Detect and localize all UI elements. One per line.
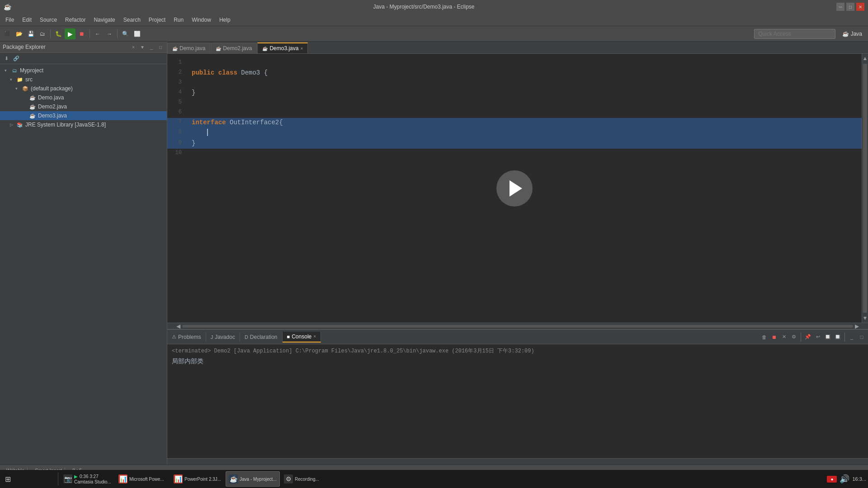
toolbar-save-all[interactable]: 🗂 (37, 28, 48, 39)
console-clear-btn[interactable]: 🗑 (760, 333, 769, 342)
editor-tabs-bar: ☕ Demo.java ☕ Demo2.java ☕ Demo3.java × (167, 42, 868, 54)
console-pin-btn[interactable]: 📌 (803, 333, 812, 342)
editor-horizontal-scrollbar[interactable]: ◀ ▶ (167, 323, 868, 329)
minimize-button[interactable]: ─ (836, 3, 844, 11)
tab-javadoc[interactable]: J Javadoc (206, 332, 240, 342)
code-editor[interactable]: 1 2 public class Demo3 { 3 (167, 54, 862, 323)
code-line-9: 9 } (167, 139, 862, 149)
console-output-text: 局部内部类 (172, 357, 863, 366)
taskbar-clock: 16:3... (852, 476, 866, 482)
play-triangle-icon (509, 180, 522, 197)
menu-source[interactable]: Source (36, 16, 61, 24)
tree-item-demo2[interactable]: ▷ ☕ Demo2.java (0, 102, 167, 111)
sidebar-collapse-all[interactable]: ⬇ (2, 54, 11, 63)
toolbar-new[interactable]: ⬛ (2, 28, 13, 39)
console-props-btn[interactable]: ⚙ (789, 333, 798, 342)
console-wrap-btn[interactable]: ↩ (813, 333, 822, 342)
menu-bar: File Edit Source Refactor Navigate Searc… (0, 14, 868, 26)
scroll-thumb[interactable] (863, 64, 867, 313)
menu-project[interactable]: Project (145, 16, 169, 24)
menu-edit[interactable]: Edit (19, 16, 35, 24)
tree-item-jre[interactable]: ▷ 📚 JRE System Library [JavaSE-1.8] (0, 120, 167, 129)
console-terminate-btn[interactable]: ⏹ (769, 333, 778, 342)
taskbar-ppt1[interactable]: 📊 Microsoft Powe... (115, 471, 170, 487)
maximize-button[interactable]: □ (846, 3, 854, 11)
menu-navigate[interactable]: Navigate (90, 16, 118, 24)
sidebar-max-btn[interactable]: □ (157, 43, 164, 51)
sidebar-min-btn[interactable]: _ (148, 43, 155, 51)
hscroll-left-btn[interactable]: ◀ (176, 323, 180, 329)
sidebar-header: Package Explorer × ▼ _ □ (0, 42, 167, 53)
code-line-4: 4 } (167, 88, 862, 98)
sidebar-link-editor[interactable]: 🔗 (12, 54, 21, 63)
close-button[interactable]: ✕ (856, 3, 864, 11)
problems-tab-label: Problems (178, 334, 201, 340)
tab-console[interactable]: ■ Console × (283, 332, 321, 343)
taskbar-ppt2[interactable]: 📊 PowerPoint 2.3J... (170, 471, 225, 487)
default-package-arrow[interactable]: ▾ (15, 86, 21, 91)
console-new-btn[interactable]: 🔲 (823, 333, 832, 342)
sidebar-collapse-btn[interactable]: × (130, 43, 137, 51)
toolbar: ⬛ 📂 💾 🗂 🐛 ▶ ⏹ ← → 🔍 ⬜ ☕ Java (0, 26, 868, 42)
demo3-tab-icon: ☕ (262, 46, 268, 51)
demo2-label: Demo2.java (38, 103, 67, 110)
quick-access-input[interactable] (754, 29, 835, 39)
menu-search[interactable]: Search (120, 16, 144, 24)
taskbar-camtasia[interactable]: 📷 ▶ 0:36 3:27 Camtasia Studio... (60, 471, 114, 487)
tree-item-demo1[interactable]: ▷ ☕ Demo.java (0, 93, 167, 102)
myproject-arrow[interactable]: ▾ (5, 68, 10, 73)
scroll-down-btn[interactable]: ▼ (862, 314, 868, 323)
toolbar-perspective[interactable]: ⬜ (132, 28, 142, 39)
toolbar-back[interactable]: ← (92, 28, 103, 39)
tab-demo1[interactable]: ☕ Demo.java (167, 43, 210, 53)
java-perspective-button[interactable]: ☕ Java (838, 28, 866, 39)
tree-item-demo3[interactable]: ▷ ☕ Demo3.java (0, 111, 167, 120)
taskbar-eclipse[interactable]: ☕ Java - Myproject... (226, 471, 280, 487)
tab-demo2[interactable]: ☕ Demo2.java (211, 43, 257, 53)
jre-arrow[interactable]: ▷ (10, 122, 15, 127)
tree-item-src[interactable]: ▾ 📁 src (0, 75, 167, 84)
toolbar-stop[interactable]: ⏹ (76, 28, 87, 39)
demo1-tab-label: Demo.java (179, 45, 205, 52)
hscroll-thumb[interactable] (182, 325, 853, 328)
tab-demo3[interactable]: ☕ Demo3.java × (257, 42, 308, 53)
hscroll-right-btn[interactable]: ▶ (855, 323, 859, 329)
toolbar-run-button[interactable]: ▶ (65, 28, 75, 39)
toolbar-separator-2 (90, 29, 90, 38)
scroll-up-btn[interactable]: ▲ (862, 54, 868, 63)
play-button-overlay[interactable] (496, 170, 533, 206)
code-line-8: 8 (167, 128, 862, 139)
toolbar-debug[interactable]: 🐛 (53, 28, 64, 39)
console-max-btn[interactable]: □ (857, 333, 866, 342)
editor-vertical-scrollbar[interactable]: ▲ ▼ (862, 54, 868, 323)
taskbar-recording[interactable]: ⚙ Recording... (281, 471, 335, 487)
menu-run[interactable]: Run (170, 16, 187, 24)
toolbar-forward[interactable]: → (104, 28, 115, 39)
toolbar-save[interactable]: 💾 (25, 28, 36, 39)
console-horizontal-scrollbar[interactable] (167, 458, 868, 465)
console-tab-label: Console (292, 333, 311, 340)
menu-window[interactable]: Window (188, 16, 215, 24)
console-remove-btn[interactable]: ✕ (779, 333, 788, 342)
demo3-tab-close[interactable]: × (300, 46, 303, 51)
menu-help[interactable]: Help (216, 16, 234, 24)
menu-file[interactable]: File (2, 16, 18, 24)
toolbar-search[interactable]: 🔍 (120, 28, 131, 39)
console-min-btn[interactable]: _ (847, 333, 856, 342)
tab-problems[interactable]: ⚠ Problems (167, 332, 206, 342)
taskbar-start[interactable]: ⊞ (2, 471, 56, 487)
code-line-1: 1 (167, 58, 862, 68)
code-line-2: 2 public class Demo3 { (167, 68, 862, 78)
tree-item-myproject[interactable]: ▾ 🗂 Myproject (0, 66, 167, 75)
tree-item-default-package[interactable]: ▾ 📦 (default package) (0, 84, 167, 93)
menu-refactor[interactable]: Refactor (61, 16, 89, 24)
toolbar-open[interactable]: 📂 (14, 28, 24, 39)
console-view-btn[interactable]: 🔲 (833, 333, 842, 342)
demo2-java-icon: ☕ (29, 103, 36, 110)
console-tab-close[interactable]: × (313, 334, 316, 339)
console-tab-icon: ■ (287, 334, 290, 339)
src-arrow[interactable]: ▾ (10, 77, 15, 82)
tab-declaration[interactable]: D Declaration (240, 332, 283, 342)
sidebar-menu-btn[interactable]: ▼ (139, 43, 146, 51)
console-toolbar-sep (801, 333, 801, 342)
